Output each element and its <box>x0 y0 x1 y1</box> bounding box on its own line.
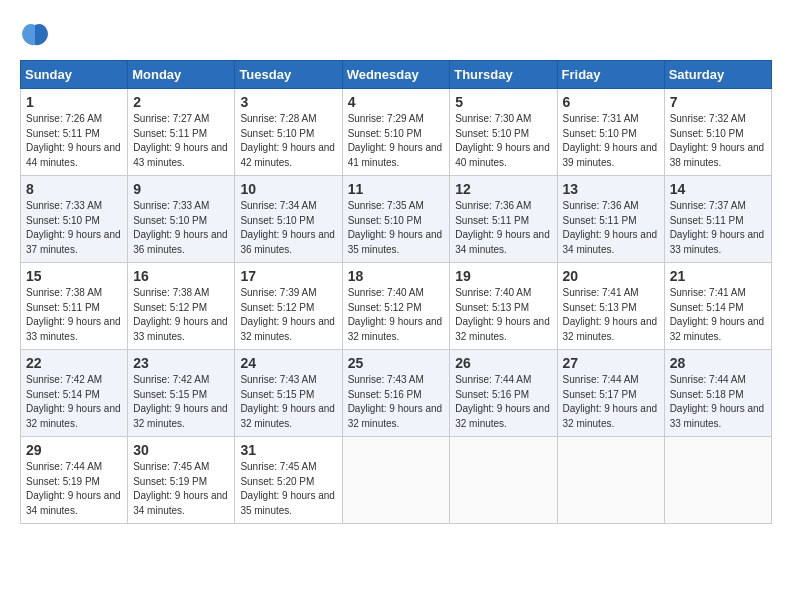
day-info: Sunrise: 7:44 AMSunset: 5:19 PMDaylight:… <box>26 460 122 518</box>
calendar-cell: 26Sunrise: 7:44 AMSunset: 5:16 PMDayligh… <box>450 350 557 437</box>
day-number: 24 <box>240 355 336 371</box>
calendar-cell: 4Sunrise: 7:29 AMSunset: 5:10 PMDaylight… <box>342 89 450 176</box>
day-info: Sunrise: 7:40 AMSunset: 5:12 PMDaylight:… <box>348 286 445 344</box>
day-number: 15 <box>26 268 122 284</box>
day-info: Sunrise: 7:40 AMSunset: 5:13 PMDaylight:… <box>455 286 551 344</box>
calendar-week-4: 22Sunrise: 7:42 AMSunset: 5:14 PMDayligh… <box>21 350 772 437</box>
calendar-cell: 2Sunrise: 7:27 AMSunset: 5:11 PMDaylight… <box>128 89 235 176</box>
calendar-cell: 16Sunrise: 7:38 AMSunset: 5:12 PMDayligh… <box>128 263 235 350</box>
calendar-week-1: 1Sunrise: 7:26 AMSunset: 5:11 PMDaylight… <box>21 89 772 176</box>
calendar-cell: 29Sunrise: 7:44 AMSunset: 5:19 PMDayligh… <box>21 437 128 524</box>
day-number: 21 <box>670 268 766 284</box>
calendar-body: 1Sunrise: 7:26 AMSunset: 5:11 PMDaylight… <box>21 89 772 524</box>
day-info: Sunrise: 7:44 AMSunset: 5:17 PMDaylight:… <box>563 373 659 431</box>
day-number: 2 <box>133 94 229 110</box>
day-info: Sunrise: 7:43 AMSunset: 5:15 PMDaylight:… <box>240 373 336 431</box>
calendar-cell: 7Sunrise: 7:32 AMSunset: 5:10 PMDaylight… <box>664 89 771 176</box>
calendar-cell: 5Sunrise: 7:30 AMSunset: 5:10 PMDaylight… <box>450 89 557 176</box>
logo <box>20 20 54 50</box>
weekday-saturday: Saturday <box>664 61 771 89</box>
day-number: 26 <box>455 355 551 371</box>
day-number: 17 <box>240 268 336 284</box>
day-info: Sunrise: 7:29 AMSunset: 5:10 PMDaylight:… <box>348 112 445 170</box>
day-info: Sunrise: 7:26 AMSunset: 5:11 PMDaylight:… <box>26 112 122 170</box>
day-number: 14 <box>670 181 766 197</box>
calendar-cell: 31Sunrise: 7:45 AMSunset: 5:20 PMDayligh… <box>235 437 342 524</box>
day-info: Sunrise: 7:38 AMSunset: 5:12 PMDaylight:… <box>133 286 229 344</box>
calendar-cell: 12Sunrise: 7:36 AMSunset: 5:11 PMDayligh… <box>450 176 557 263</box>
day-info: Sunrise: 7:44 AMSunset: 5:16 PMDaylight:… <box>455 373 551 431</box>
day-info: Sunrise: 7:41 AMSunset: 5:13 PMDaylight:… <box>563 286 659 344</box>
day-info: Sunrise: 7:36 AMSunset: 5:11 PMDaylight:… <box>455 199 551 257</box>
weekday-thursday: Thursday <box>450 61 557 89</box>
day-info: Sunrise: 7:34 AMSunset: 5:10 PMDaylight:… <box>240 199 336 257</box>
day-info: Sunrise: 7:42 AMSunset: 5:14 PMDaylight:… <box>26 373 122 431</box>
day-info: Sunrise: 7:43 AMSunset: 5:16 PMDaylight:… <box>348 373 445 431</box>
calendar-cell: 18Sunrise: 7:40 AMSunset: 5:12 PMDayligh… <box>342 263 450 350</box>
calendar-cell: 30Sunrise: 7:45 AMSunset: 5:19 PMDayligh… <box>128 437 235 524</box>
day-number: 3 <box>240 94 336 110</box>
day-number: 23 <box>133 355 229 371</box>
day-number: 5 <box>455 94 551 110</box>
weekday-wednesday: Wednesday <box>342 61 450 89</box>
calendar-week-3: 15Sunrise: 7:38 AMSunset: 5:11 PMDayligh… <box>21 263 772 350</box>
day-info: Sunrise: 7:33 AMSunset: 5:10 PMDaylight:… <box>133 199 229 257</box>
day-info: Sunrise: 7:37 AMSunset: 5:11 PMDaylight:… <box>670 199 766 257</box>
day-number: 1 <box>26 94 122 110</box>
day-info: Sunrise: 7:32 AMSunset: 5:10 PMDaylight:… <box>670 112 766 170</box>
day-number: 19 <box>455 268 551 284</box>
calendar-cell: 6Sunrise: 7:31 AMSunset: 5:10 PMDaylight… <box>557 89 664 176</box>
calendar-cell <box>557 437 664 524</box>
day-number: 10 <box>240 181 336 197</box>
calendar-cell: 25Sunrise: 7:43 AMSunset: 5:16 PMDayligh… <box>342 350 450 437</box>
day-number: 9 <box>133 181 229 197</box>
day-number: 4 <box>348 94 445 110</box>
day-info: Sunrise: 7:39 AMSunset: 5:12 PMDaylight:… <box>240 286 336 344</box>
day-number: 25 <box>348 355 445 371</box>
calendar-cell: 28Sunrise: 7:44 AMSunset: 5:18 PMDayligh… <box>664 350 771 437</box>
weekday-header-row: SundayMondayTuesdayWednesdayThursdayFrid… <box>21 61 772 89</box>
weekday-sunday: Sunday <box>21 61 128 89</box>
day-number: 7 <box>670 94 766 110</box>
calendar-cell: 13Sunrise: 7:36 AMSunset: 5:11 PMDayligh… <box>557 176 664 263</box>
day-number: 28 <box>670 355 766 371</box>
calendar-cell: 11Sunrise: 7:35 AMSunset: 5:10 PMDayligh… <box>342 176 450 263</box>
logo-icon <box>20 20 50 50</box>
calendar-cell: 19Sunrise: 7:40 AMSunset: 5:13 PMDayligh… <box>450 263 557 350</box>
day-number: 20 <box>563 268 659 284</box>
day-info: Sunrise: 7:41 AMSunset: 5:14 PMDaylight:… <box>670 286 766 344</box>
calendar-week-5: 29Sunrise: 7:44 AMSunset: 5:19 PMDayligh… <box>21 437 772 524</box>
day-info: Sunrise: 7:33 AMSunset: 5:10 PMDaylight:… <box>26 199 122 257</box>
day-info: Sunrise: 7:45 AMSunset: 5:19 PMDaylight:… <box>133 460 229 518</box>
day-info: Sunrise: 7:35 AMSunset: 5:10 PMDaylight:… <box>348 199 445 257</box>
page-header <box>20 20 772 50</box>
day-info: Sunrise: 7:27 AMSunset: 5:11 PMDaylight:… <box>133 112 229 170</box>
calendar-cell: 10Sunrise: 7:34 AMSunset: 5:10 PMDayligh… <box>235 176 342 263</box>
weekday-tuesday: Tuesday <box>235 61 342 89</box>
calendar-cell: 8Sunrise: 7:33 AMSunset: 5:10 PMDaylight… <box>21 176 128 263</box>
calendar-cell: 14Sunrise: 7:37 AMSunset: 5:11 PMDayligh… <box>664 176 771 263</box>
calendar-cell: 15Sunrise: 7:38 AMSunset: 5:11 PMDayligh… <box>21 263 128 350</box>
day-number: 11 <box>348 181 445 197</box>
day-number: 13 <box>563 181 659 197</box>
calendar-cell: 3Sunrise: 7:28 AMSunset: 5:10 PMDaylight… <box>235 89 342 176</box>
calendar-table: SundayMondayTuesdayWednesdayThursdayFrid… <box>20 60 772 524</box>
day-info: Sunrise: 7:45 AMSunset: 5:20 PMDaylight:… <box>240 460 336 518</box>
calendar-cell: 27Sunrise: 7:44 AMSunset: 5:17 PMDayligh… <box>557 350 664 437</box>
day-number: 16 <box>133 268 229 284</box>
day-number: 6 <box>563 94 659 110</box>
day-info: Sunrise: 7:31 AMSunset: 5:10 PMDaylight:… <box>563 112 659 170</box>
calendar-cell <box>664 437 771 524</box>
calendar-cell: 1Sunrise: 7:26 AMSunset: 5:11 PMDaylight… <box>21 89 128 176</box>
weekday-monday: Monday <box>128 61 235 89</box>
calendar-cell <box>342 437 450 524</box>
calendar-cell: 17Sunrise: 7:39 AMSunset: 5:12 PMDayligh… <box>235 263 342 350</box>
day-number: 22 <box>26 355 122 371</box>
day-number: 27 <box>563 355 659 371</box>
day-number: 30 <box>133 442 229 458</box>
calendar-cell: 24Sunrise: 7:43 AMSunset: 5:15 PMDayligh… <box>235 350 342 437</box>
day-number: 8 <box>26 181 122 197</box>
calendar-cell: 9Sunrise: 7:33 AMSunset: 5:10 PMDaylight… <box>128 176 235 263</box>
calendar-cell: 22Sunrise: 7:42 AMSunset: 5:14 PMDayligh… <box>21 350 128 437</box>
day-number: 29 <box>26 442 122 458</box>
